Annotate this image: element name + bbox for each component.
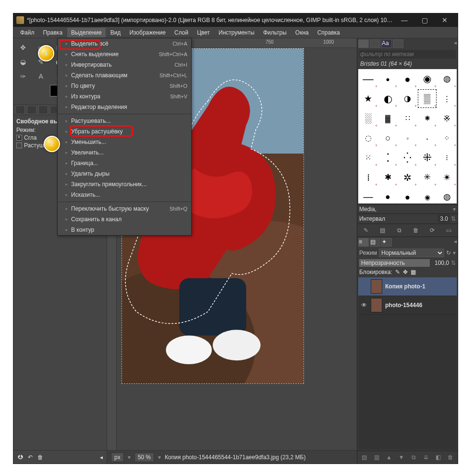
move-tool-icon[interactable]: ✥ (16, 41, 30, 54)
brush-swatch[interactable]: ⁝+ (437, 148, 457, 167)
menu-image[interactable]: Изображение (125, 28, 170, 37)
tab-channels[interactable]: ▤ (370, 238, 380, 247)
brush-swatch[interactable]: ⁚+ (378, 148, 398, 167)
undo-icon[interactable]: ↶ (28, 454, 33, 461)
brush-swatch[interactable]: ●+ (398, 187, 417, 203)
blend-mode-select[interactable]: Нормальный (379, 249, 444, 257)
delete-icon[interactable]: 🗑 (37, 454, 43, 461)
lower-layer-icon[interactable]: ▼ (396, 453, 407, 462)
brush-filter-input[interactable] (359, 50, 456, 59)
unit-selector[interactable]: px (111, 452, 124, 462)
layer-item[interactable]: 👁 photo-154446 (358, 296, 457, 315)
menu-item[interactable]: ▫Сделать плавающимShift+Ctrl+L (58, 70, 191, 81)
minimize-button[interactable]: — (394, 13, 414, 27)
new-layer-icon[interactable]: ▤ (359, 453, 370, 462)
menu-item[interactable]: ▫Закруглить прямоугольник... (58, 179, 191, 190)
new-brush-icon[interactable]: ▤ (376, 226, 390, 235)
brush-swatch[interactable]: ◐+ (378, 89, 398, 108)
tab-history[interactable] (393, 39, 403, 48)
brush-swatch[interactable]: ⁛+ (398, 148, 417, 167)
menu-item[interactable]: ▫Увеличить... (58, 147, 191, 158)
edit-brush-icon[interactable]: ✎ (359, 226, 373, 235)
tab-layers[interactable]: ≡ (358, 238, 369, 247)
brush-swatch[interactable]: ⋮+ (437, 89, 457, 108)
menu-item[interactable]: ▫ИнвертироватьCtrl+I (58, 60, 191, 70)
lock-pixels-icon[interactable]: ✎ (395, 269, 400, 275)
brush-swatch[interactable]: ✴+ (437, 167, 457, 187)
save-preset-icon[interactable]: ⮋ (17, 454, 23, 461)
zoom-selector[interactable]: 50 % (134, 452, 154, 462)
menu-file[interactable]: Файл (16, 28, 38, 37)
visibility-toggle-icon[interactable]: 👁 (360, 302, 368, 309)
del-brush-icon[interactable]: 🗑 (409, 226, 423, 235)
lock-alpha-icon[interactable]: ▦ (411, 269, 416, 275)
menu-windows[interactable]: Окна (292, 28, 313, 37)
brush-swatch[interactable]: ●+ (378, 187, 398, 203)
menu-item[interactable]: ▫Исказить... (58, 190, 191, 200)
menu-edit[interactable]: Правка (39, 28, 67, 37)
opacity-value[interactable]: 100,0 (432, 260, 449, 266)
mask-layer-icon[interactable]: ◧ (433, 453, 444, 462)
menu-view[interactable]: Вид (107, 28, 125, 37)
menu-tools[interactable]: Инструменты (215, 28, 258, 37)
tab-paths[interactable]: ✦ (381, 238, 392, 247)
menu-colors[interactable]: Цвет (193, 28, 214, 37)
menu-layer[interactable]: Слой (170, 28, 192, 37)
delete-layer-icon[interactable]: 🗑 (445, 453, 456, 462)
brush-swatch[interactable]: ★+ (358, 89, 378, 108)
opacity-slider[interactable]: Непрозрачность (359, 259, 430, 267)
menu-item[interactable]: ▫Уменьшить... (58, 137, 191, 147)
layer-item[interactable]: Копия photo-1 (358, 277, 457, 296)
layer-name[interactable]: Копия photo-1 (385, 283, 455, 290)
menu-item[interactable]: ▫Из контураShift+V (58, 91, 191, 102)
menu-item[interactable]: ▫Растушевать... (58, 116, 191, 126)
brush-swatch[interactable]: ✳+ (417, 167, 437, 187)
menu-item[interactable]: ▫Удалить дыры (58, 168, 191, 179)
text-tool-icon[interactable]: A (34, 70, 48, 83)
menu-item[interactable]: ▫Убрать растушёвку (58, 126, 191, 137)
open-brush-icon[interactable]: ▭ (442, 226, 456, 235)
layer-name[interactable]: photo-154446 (385, 302, 455, 309)
lock-position-icon[interactable]: ✥ (403, 269, 408, 275)
brush-swatch[interactable]: ◑+ (398, 89, 417, 108)
brush-swatch[interactable]: ●+ (378, 69, 398, 89)
maximize-button[interactable]: ▢ (414, 13, 435, 27)
brush-swatch[interactable]: ∷+ (398, 108, 417, 128)
panel-menu-icon[interactable]: ◂ (454, 238, 457, 247)
dup-layer-icon[interactable]: ⧉ (409, 453, 419, 462)
antialias-checkbox[interactable] (16, 135, 22, 141)
tab-undo-history[interactable] (38, 106, 48, 114)
dup-brush-icon[interactable]: ⧉ (392, 226, 406, 235)
menu-item[interactable]: ▫Переключить быструю маскуShift+Q (58, 203, 191, 214)
brush-grid[interactable]: —+●+●+◉+◍+★+◐+◑+▒+⋮+░+▓+∷+⁕+※+◌+○+◦+·+⁘+… (358, 69, 457, 203)
brush-swatch[interactable]: ▒+ (417, 89, 437, 108)
brush-swatch[interactable]: ⁘+ (437, 128, 457, 148)
reset-mode-icon[interactable]: ↻ (446, 250, 451, 256)
brush-swatch[interactable]: ·+ (417, 128, 437, 148)
brush-swatch[interactable]: ●+ (398, 69, 417, 89)
brush-swatch[interactable]: ◦+ (398, 128, 417, 148)
brush-swatch[interactable]: ◍+ (437, 187, 457, 203)
menu-item[interactable]: ▫В контур (58, 225, 191, 235)
menu-help[interactable]: Справка (314, 28, 344, 37)
feather-checkbox[interactable] (16, 143, 22, 148)
tab-patterns[interactable] (370, 39, 380, 48)
brush-swatch[interactable]: —+ (358, 187, 378, 203)
menu-select[interactable]: Выделение (67, 28, 106, 37)
raise-layer-icon[interactable]: ▲ (384, 453, 394, 462)
tab-fonts[interactable]: Aa (381, 39, 392, 48)
chevron-down-icon[interactable]: ▾ (453, 206, 456, 213)
brush-swatch[interactable]: ◌+ (358, 128, 378, 148)
brush-swatch[interactable]: ◍+ (437, 69, 457, 89)
menu-item[interactable]: ▫По цветуShift+O (58, 81, 191, 91)
menu-item[interactable]: ▫Редактор выделения (58, 102, 191, 112)
path-tool-icon[interactable]: ✑ (16, 70, 30, 83)
menu-item[interactable]: ▫Сохранить в канал (58, 214, 191, 225)
tab-brushes[interactable] (358, 39, 369, 48)
brush-swatch[interactable]: ✲+ (398, 167, 417, 187)
menu-item[interactable]: ▫Выделить всёCtrl+A (58, 38, 191, 49)
tab-tool-options[interactable] (15, 106, 25, 114)
brush-swatch[interactable]: ⁜+ (417, 148, 437, 167)
reset-icon[interactable]: ◂ (100, 454, 103, 461)
tab-device-status[interactable] (27, 106, 36, 114)
